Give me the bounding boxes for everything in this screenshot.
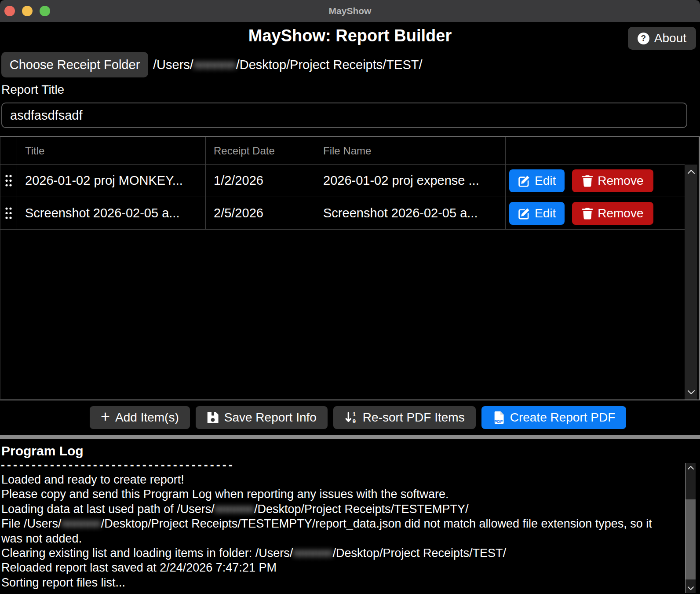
choose-receipt-folder-button[interactable]: Choose Receipt Folder (1, 52, 148, 77)
table-row: 2026-01-02 proj MONKEY... 1/2/2026 2026-… (0, 165, 685, 197)
remove-button[interactable]: Remove (572, 169, 653, 192)
log-line: Loaded and ready to create report! (1, 473, 666, 487)
page-title: MayShow: Report Builder (0, 26, 700, 45)
remove-button-label: Remove (598, 206, 643, 220)
grip-dots-icon (5, 207, 12, 220)
resort-pdf-items-button[interactable]: 1 9 Re-sort PDF Items (333, 406, 476, 429)
titlebar: MayShow (0, 0, 700, 22)
file-name-column-header: File Name (315, 137, 506, 164)
create-report-pdf-button[interactable]: PDF Create Report PDF (481, 406, 627, 429)
title-column-header: Title (17, 137, 206, 164)
about-button-label: About (654, 31, 686, 45)
log-line: Loading data at last used path of /Users… (1, 502, 666, 517)
item-file-name-cell: 2026-01-02 proj expense ... (315, 165, 506, 197)
drag-handle[interactable] (0, 197, 17, 229)
table-body: 2026-01-02 proj MONKEY... 1/2/2026 2026-… (0, 165, 699, 230)
svg-text:PDF: PDF (494, 419, 503, 424)
remove-button[interactable]: Remove (572, 202, 653, 225)
table-row: Screenshot 2026-02-05 a... 2/5/2026 Scre… (0, 197, 685, 230)
create-report-pdf-label: Create Report PDF (510, 411, 616, 425)
edit-button-label: Edit (535, 174, 556, 188)
actions-column-header (506, 137, 685, 164)
log-line: Clearing existing list and loading items… (1, 546, 666, 561)
drag-handle[interactable] (0, 165, 17, 197)
item-title-cell: Screenshot 2026-02-05 a... (17, 197, 206, 229)
item-receipt-date-cell: 2/5/2026 (206, 197, 315, 229)
plus-icon: + (101, 409, 110, 425)
edit-button[interactable]: Edit (509, 202, 565, 225)
redacted-username: nnnnnn (293, 546, 332, 560)
remove-button-label: Remove (598, 174, 643, 188)
log-line: File /Users/nnnnnn/Desktop/Project Recei… (1, 517, 666, 546)
table-scrollbar[interactable] (685, 165, 697, 400)
item-receipt-date-cell: 1/2/2026 (206, 165, 315, 197)
redacted-username: nnnnnn (193, 58, 236, 72)
report-items-table: Title Receipt Date File Name 2026-01-02 … (0, 136, 700, 400)
redacted-username: nnnnnn (215, 502, 254, 516)
pencil-square-icon (518, 175, 530, 187)
bottom-actions-row: + Add Item(s) Save Report Info 1 9 Re-so… (90, 406, 626, 429)
save-report-info-label: Save Report Info (224, 411, 317, 425)
app-window: MayShow MayShow: Report Builder ? About … (0, 0, 700, 594)
item-actions-cell: Edit Remove (506, 197, 685, 229)
section-divider (0, 435, 700, 439)
trash-icon (582, 207, 593, 220)
item-title-cell: 2026-01-02 proj MONKEY... (17, 165, 206, 197)
floppy-save-icon (207, 411, 219, 424)
report-title-input[interactable] (1, 103, 687, 128)
receipt-date-column-header: Receipt Date (206, 137, 315, 164)
pencil-square-icon (518, 207, 530, 220)
pdf-file-icon: PDF (492, 411, 505, 424)
program-log-output: Loaded and ready to create report!Please… (1, 473, 666, 590)
item-actions-cell: Edit Remove (506, 165, 685, 197)
save-report-info-button[interactable]: Save Report Info (196, 406, 328, 429)
report-title-label: Report Title (1, 83, 64, 97)
log-line: Please copy and send this Program Log wh… (1, 487, 666, 502)
svg-text:9: 9 (353, 418, 356, 424)
edit-button[interactable]: Edit (509, 169, 565, 192)
receipt-folder-path: /Users/nnnnnn/Desktop/Project Receipts/T… (153, 52, 423, 77)
program-log-title: Program Log (1, 444, 84, 458)
handle-column-header (0, 137, 17, 164)
item-file-name-cell: Screenshot 2026-02-05 a... (315, 197, 506, 229)
resort-pdf-items-label: Re-sort PDF Items (363, 411, 465, 425)
grip-dots-icon (5, 174, 12, 187)
log-line: Reloaded report last saved at 2/24/2026 … (1, 561, 666, 575)
program-log-separator: -------------------------------------- (1, 458, 235, 472)
sort-numeric-down-icon: 1 9 (344, 411, 357, 424)
about-button[interactable]: ? About (628, 27, 696, 50)
svg-text:1: 1 (353, 411, 356, 418)
add-items-button-label: Add Item(s) (115, 411, 179, 425)
add-items-button[interactable]: + Add Item(s) (90, 406, 190, 429)
scroll-down-icon[interactable] (687, 390, 695, 395)
table-header-row: Title Receipt Date File Name (0, 137, 685, 165)
log-scroll-down-icon[interactable] (687, 586, 694, 590)
log-line: Sorting report files list... (1, 576, 666, 590)
log-scrollbar-thumb[interactable] (685, 499, 696, 579)
edit-button-label: Edit (535, 206, 556, 220)
log-scroll-up-icon[interactable] (687, 466, 694, 470)
window-title: MayShow (0, 0, 700, 22)
trash-icon (582, 175, 593, 187)
question-circle-icon: ? (638, 33, 649, 44)
scroll-up-icon[interactable] (687, 169, 695, 174)
redacted-username: nnnnnn (62, 517, 101, 530)
